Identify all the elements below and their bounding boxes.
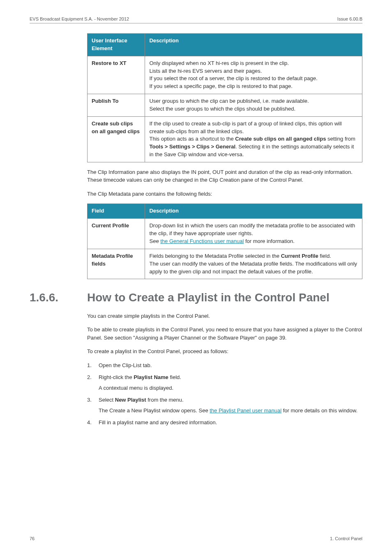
cell-desc: Fields belonging to the Metadata Profile… [145, 249, 362, 279]
table-row: Current Profile Drop-down list in which … [88, 219, 362, 249]
general-functions-link[interactable]: the General Functions user manual [160, 238, 244, 244]
cell-label: Publish To [88, 94, 145, 117]
cell-label: Restore to XT [88, 56, 145, 94]
playlist-panel-link[interactable]: the Playlist Panel user manual [210, 407, 281, 414]
table-row: Create sub clips on all ganged clips If … [88, 116, 362, 162]
list-item: Right-click the Playlist Name field. A c… [87, 373, 362, 392]
footer-section: 1. Control Panel [330, 536, 362, 541]
ui-element-table: User Interface Element Description Resto… [87, 33, 362, 162]
page-footer: 76 1. Control Panel [30, 536, 362, 541]
section-title-text: How to Create a Playlist in the Control … [87, 291, 330, 305]
table1-head-c1: User Interface Element [88, 34, 145, 56]
header-left: EVS Broadcast Equipment S.A. - November … [30, 16, 129, 21]
page-header: EVS Broadcast Equipment S.A. - November … [30, 16, 362, 23]
cell-label: Metadata Profile fields [88, 249, 145, 279]
section-heading: 1.6.6. How to Create a Playlist in the C… [30, 291, 362, 305]
cell-desc: Drop-down list in which the users can mo… [145, 219, 362, 249]
cell-desc: If the clip used to create a sub-clip is… [145, 116, 362, 162]
field-table: Field Description Current Profile Drop-d… [87, 204, 362, 279]
list-item: Select New Playlist from the menu. The C… [87, 396, 362, 414]
table2-head-c1: Field [88, 204, 145, 219]
paragraph: The Clip Metadata pane contains the foll… [87, 190, 362, 198]
table2-head-c2: Description [145, 204, 362, 219]
cell-desc: User groups to which the clip can be pub… [145, 94, 362, 117]
paragraph: To be able to create playlists in the Co… [87, 326, 362, 342]
table-row: Restore to XT Only displayed when no XT … [88, 56, 362, 94]
cell-desc: Only displayed when no XT hi-res clip is… [145, 56, 362, 94]
list-item: Fill in a playlist name and any desired … [87, 419, 362, 427]
table-row: Metadata Profile fields Fields belonging… [88, 249, 362, 279]
section-number: 1.6.6. [30, 291, 76, 304]
table-row: Publish To User groups to which the clip… [88, 94, 362, 117]
paragraph: You can create simple playlists in the C… [87, 312, 362, 320]
steps-list: Open the Clip-List tab. Right-click the … [87, 361, 362, 427]
step-sub: A contextual menu is displayed. [99, 384, 362, 392]
paragraph: To create a playlist in the Control Pane… [87, 347, 362, 356]
list-item: Open the Clip-List tab. [87, 361, 362, 370]
cell-label: Create sub clips on all ganged clips [88, 116, 145, 162]
page-number: 76 [30, 536, 35, 541]
paragraph: The Clip Information pane also displays … [87, 168, 362, 184]
cell-label: Current Profile [88, 219, 145, 249]
table1-head-c2: Description [145, 34, 362, 56]
header-right: Issue 6.00.B [337, 16, 362, 21]
step-sub: The Create a New Playlist window opens. … [99, 407, 362, 415]
